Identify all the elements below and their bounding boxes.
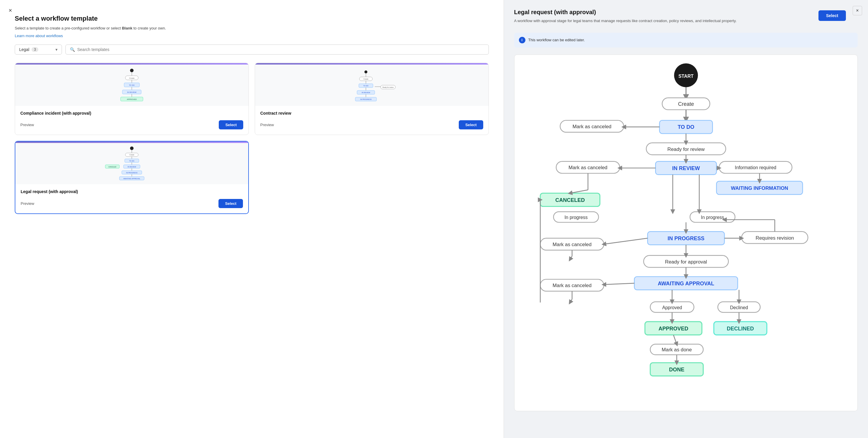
card-preview: Create TO DO IN REVIEW IN PROGRESS Ready… <box>255 65 489 106</box>
svg-text:APPROVED: APPROVED <box>127 98 137 100</box>
preview-compliance-button[interactable]: Preview <box>20 123 34 127</box>
svg-text:DECLINED: DECLINED <box>727 325 754 331</box>
card-body: Contract review Preview Select <box>255 106 489 135</box>
card-contract[interactable]: Create TO DO IN REVIEW IN PROGRESS Ready… <box>255 63 489 135</box>
preview-contract-button[interactable]: Preview <box>260 123 274 127</box>
svg-text:IN PROGRESS: IN PROGRESS <box>668 235 704 241</box>
svg-text:AWAITING APPROVAL: AWAITING APPROVAL <box>123 178 140 180</box>
svg-text:Approved: Approved <box>662 305 682 310</box>
svg-text:In progress: In progress <box>564 215 588 220</box>
svg-text:TO DO: TO DO <box>129 160 134 162</box>
search-input[interactable] <box>77 47 485 52</box>
svg-text:IN PROGRESS: IN PROGRESS <box>126 172 138 174</box>
category-filter[interactable]: Legal 3 ▾ <box>15 44 62 55</box>
search-icon: 🔍 <box>70 47 75 52</box>
svg-text:DONE: DONE <box>669 366 684 372</box>
svg-text:IN REVIEW: IN REVIEW <box>362 92 370 93</box>
svg-text:WAITING INFORMATION: WAITING INFORMATION <box>731 185 788 191</box>
svg-text:Declined: Declined <box>730 305 748 310</box>
svg-text:Information required: Information required <box>735 165 776 170</box>
svg-text:Mark as done: Mark as done <box>662 347 692 352</box>
svg-text:IN REVIEW: IN REVIEW <box>128 166 136 168</box>
svg-text:IN REVIEW: IN REVIEW <box>672 165 700 171</box>
rp-select-button[interactable]: Select <box>818 10 846 21</box>
svg-text:In progress: In progress <box>701 215 724 220</box>
info-icon: i <box>519 37 525 43</box>
info-text: This workflow can be edited later. <box>528 38 585 42</box>
right-panel: × Legal request (with approval) A workfl… <box>503 0 868 438</box>
svg-text:START: START <box>678 74 694 79</box>
svg-text:CANCELED: CANCELED <box>108 166 117 168</box>
svg-text:AWAITING APPROVAL: AWAITING APPROVAL <box>657 280 714 286</box>
left-panel: × Select a workflow template Select a te… <box>0 0 503 438</box>
legal-preview-svg: Create TO DO IN REVIEW IN PROGRESS AWAIT… <box>102 146 161 181</box>
svg-point-29 <box>130 147 133 150</box>
rp-title: Legal request (with approval) <box>514 9 737 15</box>
filter-label: Legal <box>19 47 29 52</box>
svg-text:Mark as canceled: Mark as canceled <box>553 242 591 247</box>
filter-count: 3 <box>32 47 38 52</box>
card-preview: Create TO DO IN REVIEW APPROVED <box>15 65 249 106</box>
svg-line-88 <box>604 238 648 244</box>
svg-text:Mark as canceled: Mark as canceled <box>572 124 611 129</box>
svg-text:Ready for approval: Ready for approval <box>665 259 707 264</box>
select-contract-button[interactable]: Select <box>459 120 483 129</box>
svg-text:Create: Create <box>678 101 694 107</box>
card-title: Compliance incident (with approval) <box>20 111 243 117</box>
svg-text:IN PROGRESS: IN PROGRESS <box>360 98 372 100</box>
card-preview: Create TO DO IN REVIEW IN PROGRESS AWAIT… <box>16 143 248 184</box>
svg-text:Mark as canceled: Mark as canceled <box>568 165 607 170</box>
chevron-down-icon: ▾ <box>55 47 58 52</box>
svg-text:Create: Create <box>129 77 135 79</box>
svg-text:Create: Create <box>129 154 134 156</box>
card-legal[interactable]: Create TO DO IN REVIEW IN PROGRESS AWAIT… <box>15 141 249 214</box>
info-banner: i This workflow can be edited later. <box>514 33 858 48</box>
workflow-svg: START Create TO DO Mark as canceled Read… <box>520 61 851 405</box>
rp-description: A workflow with approval stage for legal… <box>514 18 737 24</box>
svg-line-104 <box>604 283 634 284</box>
cards-grid: Create TO DO IN REVIEW APPROVED Complian… <box>15 63 489 214</box>
card-title: Contract review <box>260 111 483 117</box>
subtitle: Select a template to create a pre-config… <box>15 25 489 31</box>
card-body: Compliance incident (with approval) Prev… <box>15 106 249 135</box>
svg-text:TO DO: TO DO <box>363 85 369 87</box>
svg-text:Mark as canceled: Mark as canceled <box>553 283 591 288</box>
compliance-preview-svg: Create TO DO IN REVIEW APPROVED <box>102 67 161 103</box>
page-title: Select a workflow template <box>15 15 489 22</box>
preview-legal-button[interactable]: Preview <box>21 201 34 206</box>
svg-text:Ready for review: Ready for review <box>667 146 705 152</box>
rp-title-desc: Legal request (with approval) A workflow… <box>514 9 737 30</box>
svg-text:TO DO: TO DO <box>129 84 134 86</box>
learn-more-link[interactable]: Learn more about workflows <box>15 34 63 38</box>
svg-line-106 <box>570 299 572 302</box>
svg-text:Ready for review: Ready for review <box>382 86 394 88</box>
svg-text:Requires revision: Requires revision <box>755 235 794 241</box>
contract-preview-svg: Create TO DO IN REVIEW IN PROGRESS Ready… <box>342 67 401 103</box>
svg-text:Create: Create <box>363 78 368 80</box>
workflow-diagram: START Create TO DO Mark as canceled Read… <box>514 55 858 411</box>
card-actions: Preview Select <box>260 120 483 129</box>
svg-line-90 <box>570 256 572 259</box>
card-body: Legal request (with approval) Preview Se… <box>16 184 248 213</box>
card-title: Legal request (with approval) <box>21 189 243 195</box>
svg-point-13 <box>365 70 367 73</box>
card-compliance[interactable]: Create TO DO IN REVIEW APPROVED Complian… <box>15 63 249 135</box>
filter-row: Legal 3 ▾ 🔍 <box>15 44 489 55</box>
close-right-button[interactable]: × <box>852 6 862 15</box>
select-compliance-button[interactable]: Select <box>219 120 243 129</box>
card-actions: Preview Select <box>20 120 243 129</box>
card-actions: Preview Select <box>21 199 243 208</box>
select-legal-button[interactable]: Select <box>218 199 243 208</box>
rp-header: Legal request (with approval) A workflow… <box>514 9 858 30</box>
search-box: 🔍 <box>65 44 489 55</box>
svg-text:TO DO: TO DO <box>678 124 694 130</box>
svg-point-0 <box>130 69 133 72</box>
svg-text:CANCELED: CANCELED <box>555 197 585 203</box>
svg-text:IN REVIEW: IN REVIEW <box>127 91 136 93</box>
svg-line-121 <box>673 335 677 344</box>
close-left-button[interactable]: × <box>6 6 15 15</box>
svg-text:APPROVED: APPROVED <box>658 325 688 331</box>
